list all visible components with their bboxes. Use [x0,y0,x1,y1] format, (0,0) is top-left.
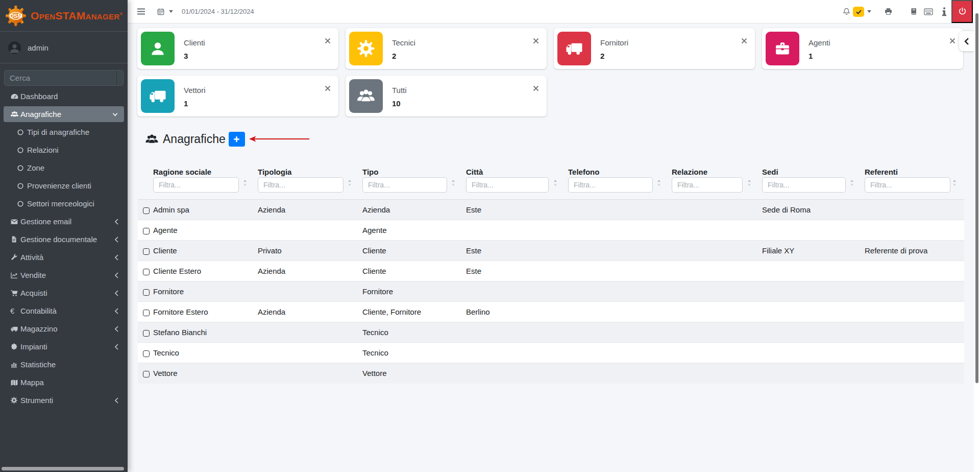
row-checkbox[interactable] [143,269,150,275]
sidebar-item-label: Anagrafiche [20,110,61,119]
filter-input-ragione-sociale[interactable] [153,177,239,193]
collapse-widgets-button[interactable] [959,31,974,51]
filter-input-tipologia[interactable] [258,177,344,193]
table-row[interactable]: FornitoreFornitore [138,281,964,302]
sidebar-item-impianti[interactable]: Impianti [0,338,128,356]
sidebar-item-zone[interactable]: Zone [0,159,128,177]
sidebar-item-gestione-documentale[interactable]: Gestione documentale [0,230,128,248]
search-input[interactable] [5,70,116,85]
sort-icon[interactable]: ▲▼ [849,179,854,187]
sidebar-item-gestione-email[interactable]: Gestione email [0,213,128,230]
sidebar-item-settori-merceologici[interactable]: Settori merceologici [0,195,128,213]
search-icon [122,74,124,82]
sidebar-item-strumenti[interactable]: Strumenti [0,391,128,409]
sort-icon[interactable]: ▲▼ [242,179,248,187]
sidebar-item-statistiche[interactable]: Statistiche [0,356,128,373]
filter-input-relazione[interactable] [672,177,743,193]
person-icon [141,32,175,65]
chevron-left-icon [114,344,119,350]
sidebar-item-provenienze-clienti[interactable]: Provenienze clienti [0,177,128,195]
status-check-badge[interactable] [853,7,864,17]
caret-down-icon[interactable] [866,0,872,23]
brand[interactable]: OSM OpenSTAManager® [0,0,128,32]
add-record-button[interactable] [229,132,245,147]
scrollbar-thumb[interactable] [975,13,978,383]
topbar: 01/01/2024 - 31/12/2024 [128,0,974,23]
sort-icon[interactable]: ▲▼ [451,179,456,187]
row-checkbox[interactable] [143,350,150,357]
sidebar-item-magazzino[interactable]: Magazzino [0,320,128,338]
sort-icon[interactable]: ▲▼ [553,179,558,187]
stat-card-label: Fornitori [600,38,628,47]
table-row[interactable]: ClientePrivatoClienteEsteFiliale XYRefer… [138,241,964,261]
column-header-citta[interactable]: Città ▲▼ [463,168,565,200]
table-row[interactable]: Fornitore EsteroAziendaCliente, Fornitor… [138,302,964,322]
table-row[interactable]: Stefano BianchiTecnico [138,322,964,343]
column-header-telefono[interactable]: Telefono ▲▼ [565,168,669,200]
close-icon[interactable] [533,85,539,91]
close-icon[interactable] [741,38,747,44]
date-range[interactable]: 01/01/2024 - 31/12/2024 [182,0,254,23]
row-checkbox[interactable] [143,207,150,214]
column-header-referenti[interactable]: Referenti ▲▼ [862,168,964,200]
row-checkbox[interactable] [143,289,150,296]
print-icon[interactable] [882,0,894,23]
truck-icon [141,79,175,113]
column-header-ragione-sociale[interactable]: Ragione sociale ▲▼ [150,168,255,200]
sidebar-item-acquisti[interactable]: Acquisti [0,284,128,302]
sort-icon[interactable]: ▲▼ [656,179,662,187]
close-icon[interactable] [325,85,331,91]
column-header-tipologia[interactable]: Tipologia ▲▼ [255,168,359,200]
filter-input-referenti[interactable] [865,177,950,193]
sidebar-item-contabilita[interactable]: € Contabilità [0,302,128,320]
sidebar-item-relazioni[interactable]: Relazioni [0,141,128,159]
table-row[interactable]: AgenteAgente [138,220,964,241]
stat-card-count: 3 [184,52,188,60]
sidebar-item-mappa[interactable]: Mappa [0,373,128,391]
row-checkbox[interactable] [143,330,150,337]
row-checkbox[interactable] [143,310,150,316]
row-checkbox[interactable] [143,371,150,377]
sidebar-search [4,70,124,86]
sort-icon[interactable]: ▲▼ [952,179,957,187]
table-row[interactable]: VettoreVettore [138,363,964,384]
sort-icon[interactable]: ▲▼ [347,179,352,187]
sidebar-item-attivita[interactable]: Attività [0,248,128,266]
table-row[interactable]: Cliente EsteroAziendaClienteEste [138,261,964,281]
hamburger-menu-icon[interactable] [135,0,147,23]
keyboard-icon[interactable] [922,0,935,23]
sidebar-item-tipi-di-anagrafiche[interactable]: Tipi di anagrafiche [0,123,128,141]
sidebar-item-vendite[interactable]: Vendite [0,266,128,284]
table-row[interactable]: TecnicoTecnico [138,343,964,363]
brand-title: OpenSTAManager® [31,10,123,22]
filter-input-citta[interactable] [466,177,549,193]
filter-input-tipo[interactable] [362,177,447,193]
column-header-relazione[interactable]: Relazione ▲▼ [669,168,759,200]
sort-icon[interactable]: ▲▼ [747,179,752,187]
row-checkbox[interactable] [143,228,150,234]
user-name[interactable]: admin [28,43,48,52]
chart-line-icon [10,271,20,279]
notifications-bell-icon[interactable] [841,0,851,23]
search-button[interactable] [116,70,124,85]
table-row[interactable]: Admin spaAziendaAziendaEsteSede di Roma [138,200,964,220]
sidebar-item-anagrafiche[interactable]: Anagrafiche [4,106,124,122]
book-icon[interactable] [908,0,920,23]
sidebar-item-label: Attività [20,253,43,262]
filter-input-sedi[interactable] [762,177,846,193]
close-icon[interactable] [533,38,539,44]
close-icon[interactable] [949,38,955,44]
stat-card-count: 2 [392,52,396,60]
row-checkbox[interactable] [143,248,150,255]
column-header-tipo[interactable]: Tipo ▲▼ [359,168,463,200]
sidebar-horizontal-scrollbar[interactable] [2,467,124,470]
logout-power-button[interactable] [951,0,973,23]
filter-input-telefono[interactable] [568,177,653,193]
info-icon[interactable] [940,0,948,23]
page-vertical-scrollbar[interactable] [974,0,980,472]
column-header-sedi[interactable]: Sedi ▲▼ [759,168,862,200]
calendar-icon[interactable] [154,0,167,23]
close-icon[interactable] [325,38,331,44]
sidebar-item-dashboard[interactable]: Dashboard [0,87,128,105]
header-checkbox-spacer [138,168,150,200]
